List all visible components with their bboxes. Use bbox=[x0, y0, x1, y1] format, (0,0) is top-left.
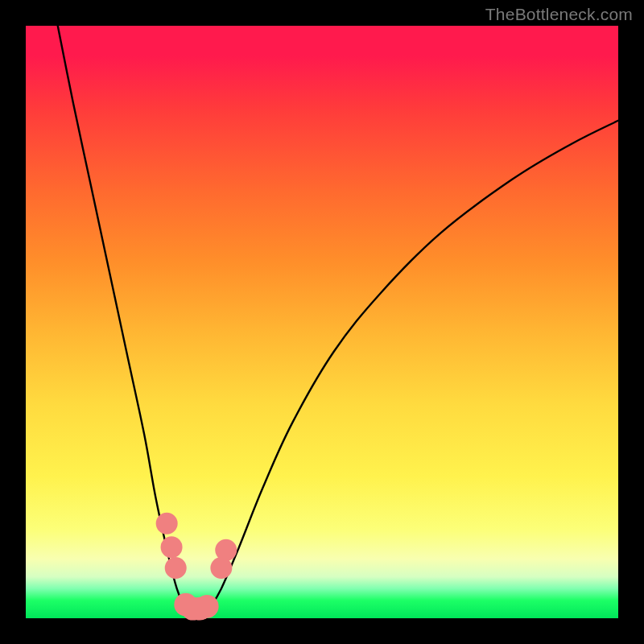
marker-dot bbox=[196, 595, 219, 618]
marker-dot bbox=[156, 513, 178, 535]
curve-markers bbox=[156, 513, 237, 621]
chart-frame: TheBottleneck.com bbox=[0, 0, 644, 644]
marker-dot bbox=[215, 539, 237, 561]
bottleneck-curve bbox=[26, 26, 618, 618]
watermark-text: TheBottleneck.com bbox=[485, 5, 633, 24]
marker-dot bbox=[165, 557, 187, 579]
curve-path bbox=[56, 14, 618, 611]
marker-dot bbox=[161, 536, 183, 558]
plot-area bbox=[26, 26, 618, 618]
